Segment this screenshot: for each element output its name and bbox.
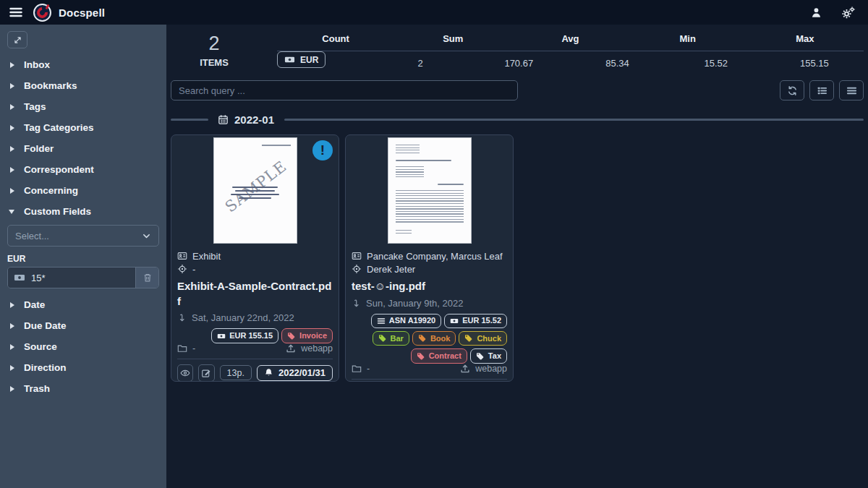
upload-icon — [460, 364, 470, 374]
sidebar-item-tag-categories[interactable]: Tag Categories — [7, 117, 159, 138]
stats-header-avg: Avg — [511, 33, 629, 44]
sidebar-item-inbox[interactable]: Inbox — [7, 54, 159, 75]
stats-header-min: Min — [629, 33, 746, 44]
preview-button[interactable] — [177, 364, 193, 382]
sidebar-item-correspondent[interactable]: Correspondent — [7, 159, 159, 180]
menu-icon[interactable] — [9, 5, 23, 20]
trash-icon — [142, 273, 153, 283]
sidebar-item-due-date[interactable]: Due Date — [7, 315, 159, 336]
attention-exclamation-icon: ! — [312, 140, 333, 160]
item-card[interactable]: SAMPLE ! Exhibit - — [171, 134, 339, 382]
chevron-down-icon — [142, 231, 151, 241]
correspondent-line: Exhibit — [177, 249, 333, 262]
sidebar-item-custom-fields[interactable]: Custom Fields — [7, 201, 159, 222]
document-preview: SAMPLE ! — [171, 135, 339, 244]
badge-row: ASN A19920 EUR 15.52 Bar Book — [352, 314, 507, 364]
caret-right-icon — [10, 146, 14, 152]
correspondent-line: Pancake Company, Marcus Leaf — [352, 249, 507, 262]
app-title: Docspell — [59, 7, 105, 19]
tag-icon — [418, 334, 427, 343]
user-icon[interactable] — [810, 6, 822, 19]
sidebar-item-source[interactable]: Source — [7, 336, 159, 357]
item-card[interactable]: Pancake Company, Marcus Leaf Derek Jeter… — [345, 134, 514, 382]
bell-icon — [264, 368, 273, 377]
sidebar-item-trash[interactable]: Trash — [7, 378, 159, 399]
concerning-line: Derek Jeter — [352, 262, 507, 275]
item-date: Sat, January 22nd, 2022 — [192, 312, 294, 323]
item-date-line: Sat, January 22nd, 2022 — [177, 312, 333, 323]
stats-header-max: Max — [746, 33, 864, 44]
remove-custom-field-button[interactable] — [135, 267, 158, 288]
concerning-line: - — [177, 262, 333, 275]
sidebar-item-direction[interactable]: Direction — [7, 357, 159, 378]
folder-icon — [352, 364, 362, 374]
folder-line: - — [177, 343, 195, 354]
filter-sidebar: Inbox Bookmarks Tags Tag Categories Fold… — [0, 25, 166, 488]
document-thumbnail: SAMPLE — [213, 137, 297, 244]
tag-icon — [287, 332, 296, 341]
divider-line — [284, 119, 864, 121]
caret-right-icon — [10, 323, 14, 329]
edit-icon — [201, 368, 211, 378]
menu-view-button[interactable] — [839, 80, 864, 100]
caret-right-icon — [10, 167, 14, 173]
address-card-icon — [177, 251, 187, 261]
source-line: webapp — [460, 364, 507, 374]
stats-header-sum: Sum — [394, 33, 511, 44]
custom-field-select[interactable]: Select... — [7, 225, 159, 247]
caret-right-icon — [10, 386, 14, 392]
sidebar-item-tags[interactable]: Tags — [7, 96, 159, 117]
sidebar-item-concerning[interactable]: Concerning — [7, 180, 159, 201]
money-bill-icon — [450, 317, 459, 325]
tag-badge: Contract — [411, 348, 467, 363]
main-content: 2 ITEMS Count Sum Avg Min Max 2 170.67 8… — [166, 25, 868, 488]
sidebar-item-bookmarks[interactable]: Bookmarks — [7, 75, 159, 96]
app-brand[interactable]: Docspell — [33, 4, 105, 22]
caret-right-icon — [10, 365, 14, 371]
caret-right-icon — [10, 344, 14, 350]
item-title[interactable]: test-☺-ing.pdf — [352, 279, 507, 294]
tag-icon — [464, 334, 473, 343]
sidebar-item-date[interactable]: Date — [7, 294, 159, 315]
folder-icon — [177, 343, 187, 354]
concerning-name: Derek Jeter — [367, 264, 415, 275]
card-toolbar: 1p. 2022/01/29 — [352, 379, 507, 382]
search-input[interactable] — [171, 80, 518, 100]
caret-right-icon — [10, 302, 14, 308]
edit-button[interactable] — [198, 364, 214, 382]
caret-right-icon — [10, 104, 14, 110]
settings-gear-icon[interactable] — [841, 5, 855, 19]
caret-right-icon — [10, 83, 14, 89]
folder-name: - — [367, 364, 370, 374]
caret-right-icon — [10, 188, 14, 194]
due-date-badge: 2022/01/31 — [257, 365, 333, 381]
item-date-line: Sun, January 9th, 2022 — [352, 298, 507, 309]
list-view-button[interactable] — [809, 80, 834, 100]
tag-badge: Bar — [373, 331, 409, 346]
custom-field-eur-input[interactable] — [31, 273, 129, 283]
address-card-icon — [352, 251, 362, 261]
calendar-icon — [218, 114, 229, 125]
crosshairs-icon — [177, 264, 187, 274]
item-title[interactable]: Exhibit-A-Sample-Contract.pdf — [177, 279, 333, 309]
currency-eur-chip[interactable]: EUR — [277, 51, 326, 68]
money-bill-icon — [14, 272, 25, 283]
tag-badge: Book — [412, 331, 456, 346]
top-navbar: Docspell — [0, 0, 868, 25]
document-thumbnail — [388, 137, 472, 244]
sidebar-item-folder[interactable]: Folder — [7, 138, 159, 159]
amount-badge: EUR 155.15 — [211, 328, 278, 343]
source-name: webapp — [475, 364, 507, 374]
sidebar-expand-button[interactable] — [7, 31, 27, 48]
search-bar — [171, 80, 864, 100]
folder-name: - — [192, 343, 195, 354]
upload-icon — [286, 343, 296, 354]
custom-field-group — [7, 267, 159, 288]
select-placeholder: Select... — [15, 231, 49, 241]
custom-field-label: EUR — [7, 254, 159, 264]
tag-icon — [378, 334, 387, 343]
money-bill-icon — [284, 54, 295, 65]
tag-badge: Tax — [470, 348, 507, 363]
tag-icon — [476, 352, 485, 361]
refresh-button[interactable] — [780, 80, 804, 100]
